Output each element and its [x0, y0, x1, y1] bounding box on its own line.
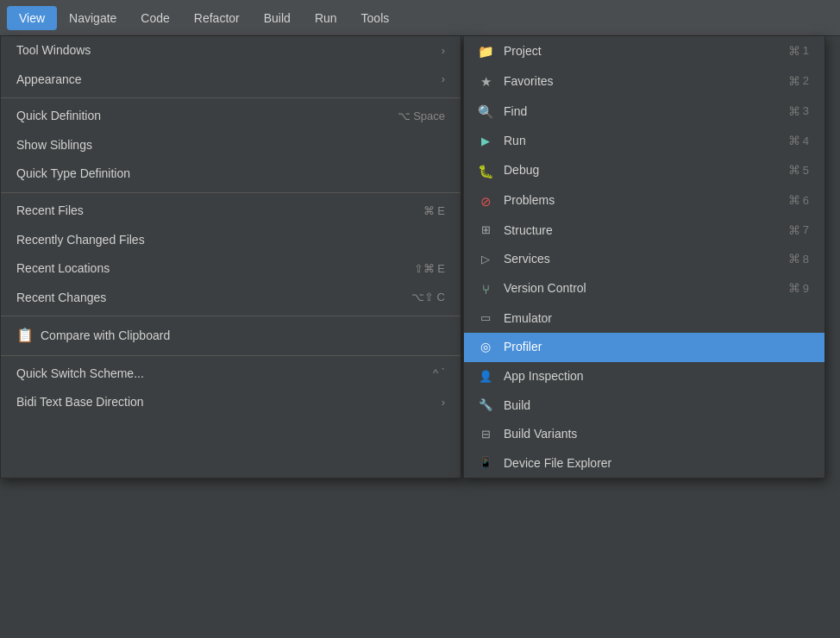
- emulator-label: Emulator: [504, 310, 552, 328]
- services-icon: ▷: [476, 252, 495, 267]
- menu-item-bidi-text[interactable]: Bidi Text Base Direction ›: [1, 388, 461, 417]
- separator-4: [1, 355, 461, 356]
- menubar: View Navigate Code Refactor Build Run To…: [0, 0, 840, 36]
- menu-item-project[interactable]: 📁 Project ⌘ 1: [464, 36, 824, 66]
- menubar-item-navigate[interactable]: Navigate: [57, 6, 129, 30]
- quick-switch-shortcut: ^ `: [433, 366, 445, 381]
- menu-item-tool-windows[interactable]: Tool Windows ›: [1, 36, 461, 66]
- version-control-shortcut: ⌘ 9: [788, 280, 809, 297]
- debug-icon: 🐛: [476, 162, 495, 180]
- recent-locations-label: Recent Locations: [16, 260, 110, 278]
- compare-clipboard-icon: 📋: [16, 326, 34, 345]
- menu-item-services[interactable]: ▷ Services ⌘ 8: [464, 245, 824, 274]
- menu-item-show-siblings[interactable]: Show Siblings: [1, 131, 461, 160]
- debug-label: Debug: [504, 162, 539, 179]
- structure-label: Structure: [504, 222, 553, 240]
- menu-item-recently-changed[interactable]: Recently Changed Files: [1, 226, 461, 255]
- problems-shortcut: ⌘ 6: [788, 192, 809, 210]
- right-menu-panel: 📁 Project ⌘ 1 ★ Favorites ⌘ 2 🔍 Find ⌘ 3…: [463, 36, 825, 478]
- app-inspection-label: App Inspection: [504, 368, 584, 385]
- quick-definition-label: Quick Definition: [16, 108, 101, 125]
- menu-item-quick-switch[interactable]: Quick Switch Scheme... ^ `: [1, 360, 461, 389]
- separator-3: [1, 316, 461, 316]
- menu-item-profiler[interactable]: ◎ Profiler: [464, 333, 824, 362]
- app-inspection-icon: 👤: [476, 369, 495, 385]
- bidi-text-arrow: ›: [442, 395, 445, 410]
- appearance-arrow: ›: [442, 72, 445, 87]
- structure-shortcut: ⌘ 7: [788, 222, 809, 240]
- build-label: Build: [504, 397, 530, 415]
- services-label: Services: [504, 251, 550, 268]
- recent-changes-label: Recent Changes: [16, 290, 106, 307]
- favorites-shortcut: ⌘ 2: [788, 73, 809, 91]
- debug-shortcut: ⌘ 5: [788, 162, 809, 179]
- menu-item-quick-definition[interactable]: Quick Definition ⌥ Space: [1, 102, 461, 131]
- profiler-label: Profiler: [504, 339, 542, 356]
- menu-item-app-inspection[interactable]: 👤 App Inspection: [464, 362, 824, 391]
- menu-item-recent-locations[interactable]: Recent Locations ⇧⌘ E: [1, 254, 461, 284]
- menu-item-appearance[interactable]: Appearance ›: [1, 66, 461, 95]
- structure-icon: ⊞: [476, 222, 495, 238]
- profiler-icon: ◎: [476, 339, 495, 356]
- left-menu-panel: Tool Windows › Appearance › Quick Defini…: [0, 36, 461, 478]
- appearance-label: Appearance: [16, 72, 82, 89]
- bidi-text-label: Bidi Text Base Direction: [16, 394, 144, 411]
- find-shortcut: ⌘ 3: [788, 103, 809, 121]
- recent-locations-shortcut: ⇧⌘ E: [414, 261, 445, 277]
- menubar-item-tools[interactable]: Tools: [349, 6, 402, 30]
- problems-icon: ⊘: [476, 192, 495, 210]
- find-label: Find: [504, 103, 527, 121]
- build-variants-label: Build Variants: [504, 426, 577, 443]
- project-icon: 📁: [476, 42, 495, 60]
- compare-clipboard-label: Compare with Clipboard: [41, 328, 170, 345]
- tool-windows-label: Tool Windows: [16, 42, 91, 59]
- menu-item-debug[interactable]: 🐛 Debug ⌘ 5: [464, 156, 824, 186]
- quick-definition-shortcut: ⌥ Space: [398, 109, 445, 124]
- menu-item-build[interactable]: 🔧 Build: [464, 391, 824, 421]
- run-label: Run: [504, 133, 526, 150]
- device-file-explorer-icon: 📱: [476, 455, 495, 471]
- menu-item-structure[interactable]: ⊞ Structure ⌘ 7: [464, 216, 824, 246]
- favorites-icon: ★: [476, 72, 495, 91]
- dropdown-wrapper: Tool Windows › Appearance › Quick Defini…: [0, 36, 840, 478]
- emulator-icon: ▭: [476, 310, 495, 326]
- version-control-icon: ⑂: [476, 280, 495, 298]
- menu-item-emulator[interactable]: ▭ Emulator: [464, 304, 824, 334]
- separator-2: [1, 192, 461, 193]
- tool-windows-arrow: ›: [442, 43, 445, 59]
- menu-item-recent-changes[interactable]: Recent Changes ⌥⇧ C: [1, 284, 461, 313]
- menubar-item-refactor[interactable]: Refactor: [182, 6, 252, 30]
- menu-item-version-control[interactable]: ⑂ Version Control ⌘ 9: [464, 274, 824, 304]
- menu-item-quick-type-definition[interactable]: Quick Type Definition: [1, 160, 461, 189]
- services-shortcut: ⌘ 8: [788, 251, 809, 268]
- menubar-item-view[interactable]: View: [7, 6, 57, 30]
- menubar-item-build[interactable]: Build: [252, 6, 303, 30]
- device-file-explorer-label: Device File Explorer: [504, 455, 611, 472]
- recent-files-shortcut: ⌘ E: [423, 203, 445, 219]
- menu-item-device-file-explorer[interactable]: 📱 Device File Explorer: [464, 449, 824, 478]
- menu-item-recent-files[interactable]: Recent Files ⌘ E: [1, 197, 461, 226]
- build-variants-icon: ⊟: [476, 427, 495, 442]
- menu-item-build-variants[interactable]: ⊟ Build Variants: [464, 420, 824, 449]
- run-icon: ▶: [476, 134, 495, 149]
- build-icon: 🔧: [476, 397, 495, 413]
- project-label: Project: [504, 43, 542, 60]
- find-icon: 🔍: [476, 103, 495, 121]
- project-shortcut: ⌘ 1: [788, 43, 809, 60]
- menu-item-problems[interactable]: ⊘ Problems ⌘ 6: [464, 186, 824, 216]
- menu-item-find[interactable]: 🔍 Find ⌘ 3: [464, 97, 824, 127]
- recent-files-label: Recent Files: [16, 203, 84, 220]
- version-control-label: Version Control: [504, 280, 586, 297]
- favorites-label: Favorites: [504, 73, 554, 91]
- quick-switch-label: Quick Switch Scheme...: [16, 366, 144, 383]
- separator-1: [1, 97, 461, 98]
- menu-item-compare-clipboard[interactable]: 📋 Compare with Clipboard: [1, 320, 461, 351]
- recently-changed-label: Recently Changed Files: [16, 232, 145, 249]
- menu-item-favorites[interactable]: ★ Favorites ⌘ 2: [464, 66, 824, 97]
- menubar-item-code[interactable]: Code: [129, 6, 181, 30]
- menu-item-run[interactable]: ▶ Run ⌘ 4: [464, 127, 824, 156]
- quick-type-definition-label: Quick Type Definition: [16, 166, 130, 183]
- show-siblings-label: Show Siblings: [16, 137, 92, 154]
- problems-label: Problems: [504, 192, 555, 210]
- menubar-item-run[interactable]: Run: [303, 6, 349, 30]
